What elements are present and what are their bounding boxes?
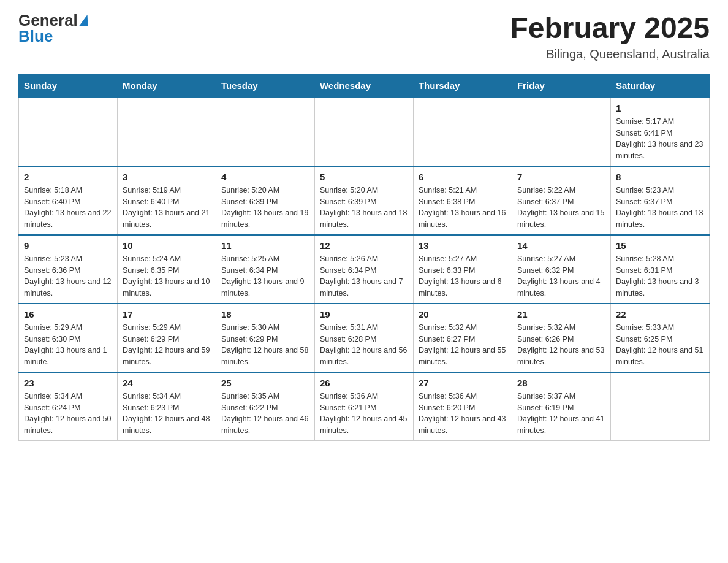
day-number: 2 [24,172,112,182]
day-number: 10 [123,240,211,251]
day-info: Sunrise: 5:35 AM Sunset: 6:22 PM Dayligh… [221,391,309,437]
page-header: General Blue February 2025 Bilinga, Quee… [18,12,710,61]
calendar-day-cell: 11Sunrise: 5:25 AM Sunset: 6:34 PM Dayli… [216,235,314,304]
day-number: 28 [517,378,605,388]
day-number: 15 [616,240,704,251]
title-area: February 2025 Bilinga, Queensland, Austr… [510,12,710,61]
day-number: 1 [616,103,704,113]
calendar-day-cell: 18Sunrise: 5:30 AM Sunset: 6:29 PM Dayli… [216,304,314,372]
day-info: Sunrise: 5:18 AM Sunset: 6:40 PM Dayligh… [24,185,112,231]
day-number: 22 [616,309,704,320]
day-number: 23 [24,378,112,388]
calendar-day-header: Sunday [19,74,118,98]
calendar-day-cell: 12Sunrise: 5:26 AM Sunset: 6:34 PM Dayli… [314,235,413,304]
day-number: 20 [419,309,507,320]
day-number: 4 [221,172,309,182]
calendar-day-cell: 22Sunrise: 5:33 AM Sunset: 6:25 PM Dayli… [610,304,709,372]
day-info: Sunrise: 5:32 AM Sunset: 6:27 PM Dayligh… [419,322,507,368]
calendar-day-cell [19,98,118,166]
day-info: Sunrise: 5:32 AM Sunset: 6:26 PM Dayligh… [517,322,605,368]
day-number: 25 [221,378,309,388]
location-subtitle: Bilinga, Queensland, Australia [510,47,710,61]
day-number: 3 [123,172,211,182]
day-info: Sunrise: 5:31 AM Sunset: 6:28 PM Dayligh… [320,322,408,368]
day-number: 13 [419,240,507,251]
calendar-table: SundayMondayTuesdayWednesdayThursdayFrid… [18,74,710,441]
calendar-day-cell: 19Sunrise: 5:31 AM Sunset: 6:28 PM Dayli… [314,304,413,372]
day-number: 14 [517,240,605,251]
calendar-day-cell: 4Sunrise: 5:20 AM Sunset: 6:39 PM Daylig… [216,166,314,235]
calendar-day-cell [413,98,512,166]
calendar-day-cell: 24Sunrise: 5:34 AM Sunset: 6:23 PM Dayli… [117,372,216,441]
calendar-day-cell: 10Sunrise: 5:24 AM Sunset: 6:35 PM Dayli… [117,235,216,304]
day-info: Sunrise: 5:33 AM Sunset: 6:25 PM Dayligh… [616,322,704,368]
calendar-day-cell [512,98,610,166]
calendar-day-cell: 20Sunrise: 5:32 AM Sunset: 6:27 PM Dayli… [413,304,512,372]
day-info: Sunrise: 5:29 AM Sunset: 6:30 PM Dayligh… [24,322,112,368]
calendar-day-cell [117,98,216,166]
calendar-day-cell: 21Sunrise: 5:32 AM Sunset: 6:26 PM Dayli… [512,304,610,372]
month-title: February 2025 [510,12,710,45]
day-info: Sunrise: 5:23 AM Sunset: 6:37 PM Dayligh… [616,185,704,231]
calendar-day-cell: 14Sunrise: 5:27 AM Sunset: 6:32 PM Dayli… [512,235,610,304]
day-info: Sunrise: 5:37 AM Sunset: 6:19 PM Dayligh… [517,391,605,437]
day-number: 16 [24,309,112,320]
day-number: 5 [320,172,408,182]
day-number: 7 [517,172,605,182]
calendar-day-cell: 8Sunrise: 5:23 AM Sunset: 6:37 PM Daylig… [610,166,709,235]
calendar-day-cell [216,98,314,166]
calendar-week-row: 1Sunrise: 5:17 AM Sunset: 6:41 PM Daylig… [19,98,710,166]
day-info: Sunrise: 5:28 AM Sunset: 6:31 PM Dayligh… [616,253,704,299]
day-info: Sunrise: 5:23 AM Sunset: 6:36 PM Dayligh… [24,253,112,299]
calendar-day-cell: 25Sunrise: 5:35 AM Sunset: 6:22 PM Dayli… [216,372,314,441]
calendar-day-cell: 3Sunrise: 5:19 AM Sunset: 6:40 PM Daylig… [117,166,216,235]
day-info: Sunrise: 5:24 AM Sunset: 6:35 PM Dayligh… [123,253,211,299]
calendar-day-cell: 23Sunrise: 5:34 AM Sunset: 6:24 PM Dayli… [19,372,118,441]
calendar-week-row: 16Sunrise: 5:29 AM Sunset: 6:30 PM Dayli… [19,304,710,372]
day-info: Sunrise: 5:22 AM Sunset: 6:37 PM Dayligh… [517,185,605,231]
calendar-day-header: Monday [117,74,216,98]
day-number: 26 [320,378,408,388]
day-number: 24 [123,378,211,388]
day-number: 27 [419,378,507,388]
day-number: 8 [616,172,704,182]
calendar-day-header: Wednesday [314,74,413,98]
calendar-day-cell: 6Sunrise: 5:21 AM Sunset: 6:38 PM Daylig… [413,166,512,235]
logo-general-text: General [18,12,78,28]
calendar-day-cell: 2Sunrise: 5:18 AM Sunset: 6:40 PM Daylig… [19,166,118,235]
day-info: Sunrise: 5:36 AM Sunset: 6:20 PM Dayligh… [419,391,507,437]
logo: General Blue [18,12,89,44]
day-number: 18 [221,309,309,320]
calendar-day-header: Saturday [610,74,709,98]
calendar-day-cell: 5Sunrise: 5:20 AM Sunset: 6:39 PM Daylig… [314,166,413,235]
calendar-week-row: 2Sunrise: 5:18 AM Sunset: 6:40 PM Daylig… [19,166,710,235]
day-info: Sunrise: 5:34 AM Sunset: 6:23 PM Dayligh… [123,391,211,437]
day-info: Sunrise: 5:25 AM Sunset: 6:34 PM Dayligh… [221,253,309,299]
calendar-day-cell [314,98,413,166]
day-info: Sunrise: 5:26 AM Sunset: 6:34 PM Dayligh… [320,253,408,299]
day-info: Sunrise: 5:27 AM Sunset: 6:32 PM Dayligh… [517,253,605,299]
day-number: 19 [320,309,408,320]
day-info: Sunrise: 5:19 AM Sunset: 6:40 PM Dayligh… [123,185,211,231]
calendar-day-cell: 27Sunrise: 5:36 AM Sunset: 6:20 PM Dayli… [413,372,512,441]
calendar-day-cell: 16Sunrise: 5:29 AM Sunset: 6:30 PM Dayli… [19,304,118,372]
day-info: Sunrise: 5:34 AM Sunset: 6:24 PM Dayligh… [24,391,112,437]
logo-arrow-icon [79,15,89,26]
calendar-day-cell: 9Sunrise: 5:23 AM Sunset: 6:36 PM Daylig… [19,235,118,304]
calendar-day-cell: 13Sunrise: 5:27 AM Sunset: 6:33 PM Dayli… [413,235,512,304]
day-info: Sunrise: 5:27 AM Sunset: 6:33 PM Dayligh… [419,253,507,299]
calendar-day-cell: 7Sunrise: 5:22 AM Sunset: 6:37 PM Daylig… [512,166,610,235]
calendar-day-cell: 1Sunrise: 5:17 AM Sunset: 6:41 PM Daylig… [610,98,709,166]
day-number: 11 [221,240,309,251]
calendar-day-cell [610,372,709,441]
day-number: 17 [123,309,211,320]
day-info: Sunrise: 5:29 AM Sunset: 6:29 PM Dayligh… [123,322,211,368]
calendar-day-header: Tuesday [216,74,314,98]
logo-blue-text: Blue [18,28,53,44]
day-number: 12 [320,240,408,251]
day-number: 6 [419,172,507,182]
calendar-week-row: 9Sunrise: 5:23 AM Sunset: 6:36 PM Daylig… [19,235,710,304]
calendar-day-header: Thursday [413,74,512,98]
calendar-day-cell: 28Sunrise: 5:37 AM Sunset: 6:19 PM Dayli… [512,372,610,441]
day-number: 9 [24,240,112,251]
